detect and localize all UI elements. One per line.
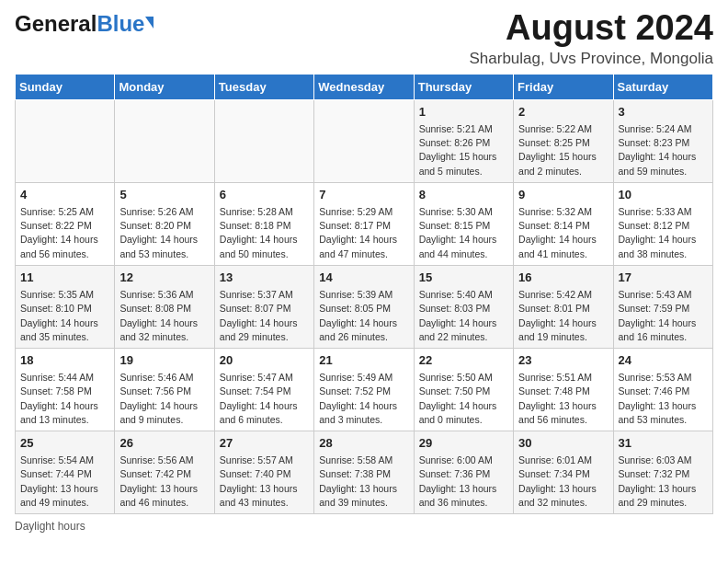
page-subtitle: Sharbulag, Uvs Province, Mongolia [469, 50, 713, 68]
table-row [314, 99, 414, 182]
cell-info: Sunrise: 5:39 AM Sunset: 8:05 PM Dayligh… [319, 288, 408, 344]
table-row: 9Sunrise: 5:32 AM Sunset: 8:14 PM Daylig… [514, 182, 613, 265]
cell-info: Sunrise: 6:01 AM Sunset: 7:34 PM Dayligh… [518, 454, 608, 510]
cell-info: Sunrise: 5:57 AM Sunset: 7:40 PM Dayligh… [220, 454, 309, 510]
table-row: 5Sunrise: 5:26 AM Sunset: 8:20 PM Daylig… [115, 182, 214, 265]
cell-day-number: 3 [619, 104, 708, 121]
cell-info: Sunrise: 5:30 AM Sunset: 8:15 PM Dayligh… [419, 205, 508, 261]
table-row: 14Sunrise: 5:39 AM Sunset: 8:05 PM Dayli… [314, 265, 414, 348]
calendar-week-row: 25Sunrise: 5:54 AM Sunset: 7:44 PM Dayli… [16, 431, 713, 514]
cell-day-number: 20 [220, 352, 309, 369]
cell-info: Sunrise: 5:44 AM Sunset: 7:58 PM Dayligh… [20, 371, 109, 427]
logo-blue: Blue [97, 13, 144, 35]
table-row: 26Sunrise: 5:56 AM Sunset: 7:42 PM Dayli… [115, 431, 214, 514]
table-row: 20Sunrise: 5:47 AM Sunset: 7:54 PM Dayli… [214, 348, 313, 431]
table-row: 7Sunrise: 5:29 AM Sunset: 8:17 PM Daylig… [314, 182, 414, 265]
table-row: 11Sunrise: 5:35 AM Sunset: 8:10 PM Dayli… [16, 265, 115, 348]
cell-day-number: 30 [518, 435, 608, 452]
table-row [214, 99, 313, 182]
cell-day-number: 18 [20, 352, 109, 369]
cell-info: Sunrise: 5:58 AM Sunset: 7:38 PM Dayligh… [319, 454, 408, 510]
cell-day-number: 31 [619, 435, 708, 452]
cell-info: Sunrise: 5:35 AM Sunset: 8:10 PM Dayligh… [20, 288, 109, 344]
table-row: 17Sunrise: 5:43 AM Sunset: 7:59 PM Dayli… [613, 265, 712, 348]
cell-info: Sunrise: 5:33 AM Sunset: 8:12 PM Dayligh… [619, 205, 708, 261]
table-row: 21Sunrise: 5:49 AM Sunset: 7:52 PM Dayli… [314, 348, 414, 431]
cell-day-number: 6 [220, 187, 309, 203]
cell-info: Sunrise: 5:29 AM Sunset: 8:17 PM Dayligh… [319, 205, 408, 261]
cell-day-number: 10 [619, 187, 708, 203]
cell-info: Sunrise: 5:46 AM Sunset: 7:56 PM Dayligh… [119, 371, 209, 427]
cell-day-number: 2 [518, 104, 608, 121]
table-row: 27Sunrise: 5:57 AM Sunset: 7:40 PM Dayli… [214, 431, 313, 514]
table-row [16, 99, 115, 182]
table-row: 10Sunrise: 5:33 AM Sunset: 8:12 PM Dayli… [613, 182, 712, 265]
calendar-table: Sunday Monday Tuesday Wednesday Thursday… [15, 74, 713, 514]
cell-info: Sunrise: 5:50 AM Sunset: 7:50 PM Dayligh… [419, 371, 508, 427]
cell-info: Sunrise: 5:40 AM Sunset: 8:03 PM Dayligh… [419, 288, 508, 344]
header-tuesday: Tuesday [214, 74, 313, 99]
cell-day-number: 13 [220, 270, 309, 286]
cell-info: Sunrise: 5:42 AM Sunset: 8:01 PM Dayligh… [518, 288, 608, 344]
cell-day-number: 23 [518, 352, 608, 369]
cell-day-number: 7 [319, 187, 408, 203]
table-row: 23Sunrise: 5:51 AM Sunset: 7:48 PM Dayli… [514, 348, 613, 431]
table-row: 4Sunrise: 5:25 AM Sunset: 8:22 PM Daylig… [16, 182, 115, 265]
logo-general: General [15, 13, 97, 35]
cell-info: Sunrise: 5:53 AM Sunset: 7:46 PM Dayligh… [619, 371, 708, 427]
cell-day-number: 19 [119, 352, 209, 369]
table-row: 15Sunrise: 5:40 AM Sunset: 8:03 PM Dayli… [414, 265, 513, 348]
cell-info: Sunrise: 5:22 AM Sunset: 8:25 PM Dayligh… [518, 122, 608, 178]
cell-day-number: 22 [419, 352, 508, 369]
cell-day-number: 28 [319, 435, 408, 452]
table-row: 30Sunrise: 6:01 AM Sunset: 7:34 PM Dayli… [514, 431, 613, 514]
cell-day-number: 14 [319, 270, 408, 286]
cell-day-number: 11 [20, 270, 109, 286]
table-row: 3Sunrise: 5:24 AM Sunset: 8:23 PM Daylig… [613, 99, 712, 182]
table-row: 8Sunrise: 5:30 AM Sunset: 8:15 PM Daylig… [414, 182, 513, 265]
header-monday: Monday [115, 74, 214, 99]
cell-info: Sunrise: 6:03 AM Sunset: 7:32 PM Dayligh… [619, 454, 708, 510]
table-row: 24Sunrise: 5:53 AM Sunset: 7:46 PM Dayli… [613, 348, 712, 431]
calendar-header-row: Sunday Monday Tuesday Wednesday Thursday… [16, 74, 713, 99]
cell-info: Sunrise: 5:25 AM Sunset: 8:22 PM Dayligh… [20, 205, 109, 261]
cell-info: Sunrise: 5:54 AM Sunset: 7:44 PM Dayligh… [20, 454, 109, 510]
cell-info: Sunrise: 5:49 AM Sunset: 7:52 PM Dayligh… [319, 371, 408, 427]
table-row: 16Sunrise: 5:42 AM Sunset: 8:01 PM Dayli… [514, 265, 613, 348]
header-sunday: Sunday [16, 74, 115, 99]
header: General Blue August 2024 Sharbulag, Uvs … [15, 9, 713, 68]
cell-info: Sunrise: 5:28 AM Sunset: 8:18 PM Dayligh… [220, 205, 309, 261]
cell-day-number: 8 [419, 187, 508, 203]
cell-day-number: 27 [220, 435, 309, 452]
table-row: 6Sunrise: 5:28 AM Sunset: 8:18 PM Daylig… [214, 182, 313, 265]
cell-info: Sunrise: 5:47 AM Sunset: 7:54 PM Dayligh… [220, 371, 309, 427]
cell-info: Sunrise: 5:26 AM Sunset: 8:20 PM Dayligh… [119, 205, 209, 261]
title-block: August 2024 Sharbulag, Uvs Province, Mon… [469, 9, 713, 68]
calendar-week-row: 11Sunrise: 5:35 AM Sunset: 8:10 PM Dayli… [16, 265, 713, 348]
header-friday: Friday [514, 74, 613, 99]
table-row: 19Sunrise: 5:46 AM Sunset: 7:56 PM Dayli… [115, 348, 214, 431]
cell-day-number: 5 [119, 187, 209, 203]
header-saturday: Saturday [613, 74, 712, 99]
table-row: 22Sunrise: 5:50 AM Sunset: 7:50 PM Dayli… [414, 348, 513, 431]
table-row: 25Sunrise: 5:54 AM Sunset: 7:44 PM Dayli… [16, 431, 115, 514]
cell-info: Sunrise: 5:24 AM Sunset: 8:23 PM Dayligh… [619, 122, 708, 178]
cell-info: Sunrise: 5:56 AM Sunset: 7:42 PM Dayligh… [119, 454, 209, 510]
cell-day-number: 21 [319, 352, 408, 369]
cell-day-number: 4 [20, 187, 109, 203]
table-row: 13Sunrise: 5:37 AM Sunset: 8:07 PM Dayli… [214, 265, 313, 348]
cell-day-number: 12 [119, 270, 209, 286]
header-wednesday: Wednesday [314, 74, 414, 99]
calendar-week-row: 1Sunrise: 5:21 AM Sunset: 8:26 PM Daylig… [16, 99, 713, 182]
cell-day-number: 24 [619, 352, 708, 369]
cell-day-number: 29 [419, 435, 508, 452]
daylight-label: Daylight hours [15, 520, 85, 533]
cell-info: Sunrise: 5:21 AM Sunset: 8:26 PM Dayligh… [419, 122, 508, 178]
cell-day-number: 25 [20, 435, 109, 452]
table-row: 29Sunrise: 6:00 AM Sunset: 7:36 PM Dayli… [414, 431, 513, 514]
page-title: August 2024 [469, 9, 713, 48]
page-container: General Blue August 2024 Sharbulag, Uvs … [0, 0, 728, 542]
table-row: 31Sunrise: 6:03 AM Sunset: 7:32 PM Dayli… [613, 431, 712, 514]
cell-info: Sunrise: 6:00 AM Sunset: 7:36 PM Dayligh… [419, 454, 508, 510]
cell-day-number: 9 [518, 187, 608, 203]
